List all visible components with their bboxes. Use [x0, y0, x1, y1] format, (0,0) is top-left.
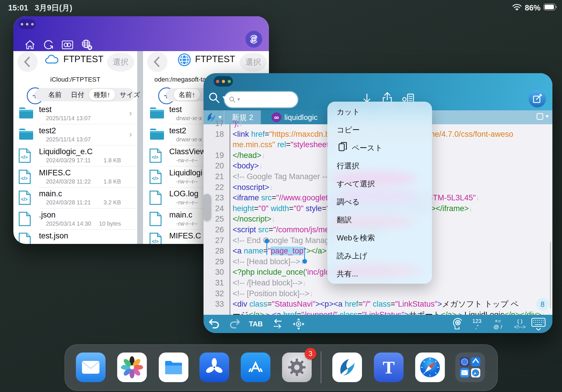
dock-app-photos[interactable]: [117, 353, 147, 382]
bracket-keycap[interactable]: ( ) <!-->: [511, 315, 529, 333]
menu-item-10[interactable]: 共有...: [337, 265, 424, 283]
pane-title: FTPTEST: [63, 54, 104, 64]
window-controls[interactable]: [19, 19, 35, 29]
home-icon[interactable]: [24, 39, 36, 51]
file-name: LOG.log: [169, 189, 199, 198]
pane-path: iCloud:/FTPTEST: [13, 76, 137, 83]
redo-icon[interactable]: [229, 315, 241, 333]
code-line[interactable]: 32<!-- [Position block]-->↓: [204, 288, 552, 299]
back-button-remote[interactable]: [147, 52, 167, 72]
filter-chip-3[interactable]: サイズ: [115, 90, 145, 99]
menu-item-4[interactable]: 行選択: [337, 157, 424, 175]
file-name: test: [39, 105, 52, 114]
undo-icon[interactable]: [208, 315, 220, 333]
chevron-right-icon[interactable]: ›: [129, 129, 132, 139]
desktop: 15:01 3月9日(月) 86%: [0, 0, 562, 392]
file-name: MIFES.C: [39, 168, 71, 177]
file-sub: -rw-r--r--: [176, 157, 198, 164]
dock-app-propeller[interactable]: [199, 353, 229, 382]
file-sub: 2024/03/29 17:11: [46, 157, 91, 164]
menu-item-1[interactable]: カット: [337, 103, 424, 121]
menu-item-6[interactable]: 調べる: [337, 193, 424, 211]
status-bar: 15:01 3月9日(月) 86%: [0, 0, 562, 15]
file-size: 10 bytes: [99, 220, 121, 227]
file-row-MIFES.C[interactable]: </>MIFES.C2024/03/28 11:221.8 KB: [18, 167, 137, 188]
symbol-keycap[interactable]: += @ /: [490, 315, 505, 333]
window-edge-drag-handle[interactable]: [204, 194, 211, 221]
dock-app-folder[interactable]: [455, 353, 485, 382]
pane-title-remote: FTPTEST: [195, 54, 235, 64]
dock-app-mail[interactable]: [76, 353, 106, 382]
svg-text:</>: </>: [21, 197, 28, 202]
dock-app-app-store[interactable]: [241, 353, 270, 382]
doc-icon: [18, 232, 31, 244]
search-input[interactable]: [224, 92, 298, 107]
chevron-right-icon[interactable]: ›: [129, 108, 132, 118]
filter-chip-0[interactable]: 名前: [44, 90, 66, 99]
menu-item-2[interactable]: コピー: [337, 121, 424, 139]
sync-globe-icon[interactable]: [245, 31, 262, 48]
file-sub: drwxr-xr-x: [176, 115, 202, 122]
file-name: test2: [169, 126, 186, 135]
search-icon[interactable]: [208, 91, 226, 105]
file-row-test2[interactable]: test22025/11/14 13:07›: [18, 125, 137, 145]
svg-text:</>: </>: [21, 155, 28, 160]
link-icon[interactable]: [61, 39, 74, 51]
file-sub: -rw-r--r--: [176, 220, 198, 227]
back-button[interactable]: [17, 52, 38, 72]
globe-disconnect-icon[interactable]: [80, 38, 94, 51]
select-button[interactable]: 選択: [107, 53, 134, 72]
menu-item-8[interactable]: Webを検索: [337, 229, 424, 247]
cursor-dpad-icon[interactable]: [292, 315, 305, 333]
folder-icon: [149, 127, 165, 142]
menu-item-9[interactable]: 読み上げ: [337, 247, 424, 265]
svg-text:</>: </>: [152, 176, 158, 181]
selected-text[interactable]: page_top: [271, 247, 304, 255]
filter-chip-0[interactable]: 名前↑: [174, 89, 200, 100]
menu-item-label: Webを検索: [337, 233, 375, 243]
menu-item-7[interactable]: 翻訳: [337, 211, 424, 229]
numeric-keycap[interactable]: 123 ,“: [470, 315, 484, 333]
menu-item-label: コピー: [337, 125, 360, 135]
dock-app-safari[interactable]: [415, 353, 445, 382]
predictive-brain-icon[interactable]: [452, 315, 464, 333]
code-line[interactable]: 33<div class="StatusNavi"><p><a href="/"…: [204, 299, 552, 310]
select-button-remote[interactable]: 選択: [240, 53, 267, 72]
menu-item-label: 読み上げ: [337, 251, 367, 261]
window-controls-editor[interactable]: [214, 76, 233, 87]
pane-divider[interactable]: [137, 51, 143, 244]
menu-item-label: すべて選択: [337, 179, 375, 189]
file-row-Liquidlogic_e.C[interactable]: </>Liquidlogic_e.C2024/03/29 17:111.8 KB: [18, 145, 137, 166]
filter-chip-1[interactable]: 日付: [66, 90, 89, 99]
file-name: test: [169, 105, 182, 114]
file-sub: 2025/03/14 14:30: [46, 220, 91, 227]
file-row-.json[interactable]: .json2025/03/14 14:3010 bytes: [18, 209, 137, 230]
selection-handle-end[interactable]: [302, 259, 307, 264]
scroll-indicator[interactable]: [550, 242, 551, 308]
dock-app-files[interactable]: [159, 353, 188, 382]
menu-item-3[interactable]: ペースト: [337, 139, 424, 157]
file-row-test[interactable]: test2025/11/14 13:07›: [18, 103, 137, 124]
file-name: MIFES.C: [169, 231, 201, 240]
dismiss-keyboard-icon[interactable]: [531, 315, 546, 333]
dock-app-liquidlogic[interactable]: [332, 353, 362, 382]
doc-icon: [149, 190, 162, 207]
server-globe-icon: [177, 53, 192, 68]
refresh-icon[interactable]: [42, 39, 55, 51]
filter-chip-2[interactable]: 種類↑: [89, 89, 115, 100]
compose-button[interactable]: [529, 90, 546, 107]
dock-app-text-editor[interactable]: T: [374, 353, 404, 382]
tab-key-button[interactable]: TAB: [249, 315, 263, 333]
file-size: 3.2 KB: [104, 199, 121, 206]
shift-lines-icon[interactable]: [272, 315, 283, 333]
code-line[interactable]: ージ</a>＞<a href="/support/" class="LinkSt…: [204, 310, 552, 315]
file-name: main.c: [39, 189, 62, 198]
file-size: 1.8 KB: [104, 178, 121, 185]
menu-item-label: 翻訳: [337, 215, 352, 225]
svg-text:</>: </>: [152, 239, 158, 244]
context-menu: カットコピー ペースト行選択すべて選択調べる翻訳Webを検索読み上げ共有...: [327, 102, 432, 284]
menu-item-5[interactable]: すべて選択: [337, 175, 424, 193]
file-row-test.json[interactable]: test.json: [18, 230, 137, 244]
file-row-main.c[interactable]: </>main.c2024/03/28 11:213.2 KB: [18, 188, 137, 208]
battery-percent: 86%: [525, 3, 540, 12]
